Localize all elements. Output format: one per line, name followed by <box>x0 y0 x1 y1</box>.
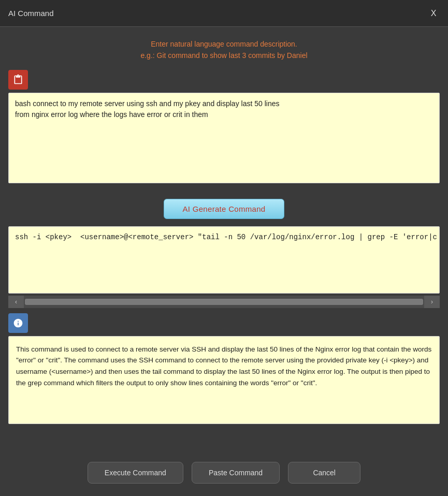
output-section <box>0 226 448 296</box>
paste-clipboard-button[interactable] <box>8 70 28 90</box>
info-section: This command is used to connect to a rem… <box>0 308 448 428</box>
dialog-title: AI Command <box>8 9 54 18</box>
command-description-input[interactable] <box>8 93 440 183</box>
horizontal-scrollbar[interactable]: ‹ › <box>8 296 440 308</box>
command-explanation-text: This command is used to connect to a rem… <box>16 345 431 387</box>
clipboard-icon <box>13 75 23 85</box>
main-content: Enter natural language command descripti… <box>0 27 448 453</box>
generate-btn-row: AI Generate Command <box>0 192 448 226</box>
title-bar: AI Command X <box>0 0 448 27</box>
hint-text: Enter natural language command descripti… <box>10 38 438 62</box>
paste-command-button[interactable]: Paste Command <box>192 462 280 484</box>
info-icon-row <box>8 313 440 333</box>
generated-command-output[interactable] <box>8 226 440 294</box>
footer: Execute Command Paste Command Cancel <box>0 453 448 496</box>
ai-generate-command-button[interactable]: AI Generate Command <box>164 199 285 219</box>
cancel-button[interactable]: Cancel <box>288 462 360 484</box>
close-button[interactable]: X <box>427 7 440 20</box>
scroll-right-button[interactable]: › <box>424 296 440 308</box>
scroll-left-button[interactable]: ‹ <box>8 296 24 308</box>
info-icon <box>13 318 23 328</box>
hint-area: Enter natural language command descripti… <box>0 27 448 70</box>
execute-command-button[interactable]: Execute Command <box>88 462 183 484</box>
hint-line2: e.g.: Git command to show last 3 commits… <box>140 51 307 60</box>
scroll-track[interactable] <box>25 299 423 305</box>
hint-line1: Enter natural language command descripti… <box>151 40 297 48</box>
command-explanation-box: This command is used to connect to a rem… <box>8 336 440 424</box>
info-icon-container <box>8 313 28 333</box>
paste-icon-row <box>8 70 440 90</box>
input-section <box>0 70 448 192</box>
